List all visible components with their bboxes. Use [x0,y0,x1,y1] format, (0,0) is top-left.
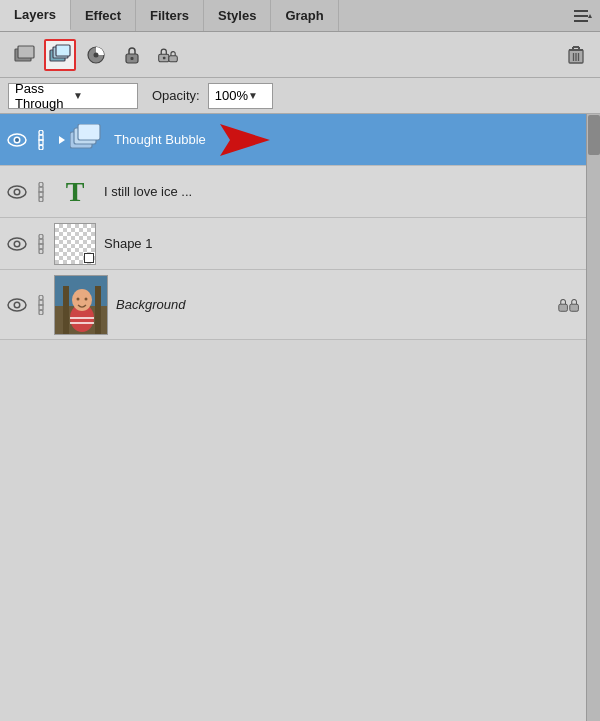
shape1-thumb [54,223,96,265]
svg-rect-48 [39,244,43,249]
svg-rect-15 [169,55,177,61]
chain-icon-shape1[interactable] [32,233,50,255]
layer-name-shape1: Shape 1 [104,236,580,251]
svg-rect-49 [39,249,43,254]
svg-rect-47 [39,239,43,244]
svg-rect-42 [39,197,43,202]
layers-panel: Thought Bubble T I still love ice [0,114,600,721]
svg-rect-53 [39,295,43,300]
scrollbar[interactable] [586,114,600,721]
background-thumb [54,275,108,335]
svg-point-38 [15,190,19,194]
expand-arrow-icon[interactable] [54,132,70,148]
svg-rect-54 [39,300,43,305]
background-lock-icon [558,294,580,316]
svg-point-26 [15,138,19,142]
opacity-arrow-icon: ▼ [248,90,266,101]
svg-rect-12 [131,57,134,60]
tab-layers[interactable]: Layers [0,0,71,31]
layer-name-text: I still love ice ... [104,184,580,199]
blend-opacity-bar: Pass Through ▼ Opacity: 100% ▼ [0,78,600,114]
svg-rect-29 [39,140,43,145]
svg-rect-30 [39,145,43,150]
tab-effect[interactable]: Effect [71,0,136,31]
svg-rect-5 [18,46,34,58]
tab-graph[interactable]: Graph [271,0,338,31]
svg-rect-55 [39,305,43,310]
scroll-thumb[interactable] [588,115,600,155]
text-layer-thumb: T [54,171,96,213]
layer-background[interactable]: Background [0,270,600,340]
svg-rect-46 [39,234,43,239]
svg-marker-31 [59,136,65,144]
tab-filters[interactable]: Filters [136,0,204,31]
svg-rect-8 [56,45,70,56]
chain-icon-background[interactable] [32,294,50,316]
svg-rect-34 [78,124,100,140]
eye-icon-text[interactable] [6,181,28,203]
svg-rect-28 [39,135,43,140]
layer-name-background: Background [116,297,558,312]
layer-text[interactable]: T I still love ice ... [0,166,600,218]
svg-point-63 [77,297,80,300]
svg-rect-27 [39,130,43,135]
svg-marker-3 [588,14,592,18]
svg-rect-1 [574,15,588,17]
svg-rect-14 [163,56,166,59]
layer-thought-bubble[interactable]: Thought Bubble [0,114,600,166]
svg-rect-0 [574,10,588,12]
layer-shape1[interactable]: Shape 1 [0,218,600,270]
svg-rect-39 [39,182,43,187]
svg-rect-68 [570,304,579,311]
tab-styles[interactable]: Styles [204,0,271,31]
svg-rect-2 [574,20,588,22]
chain-icon-thought-bubble[interactable] [32,129,50,151]
new-adjustment-button[interactable] [80,39,112,71]
blend-mode-select[interactable]: Pass Through ▼ [8,83,138,109]
svg-rect-41 [39,192,43,197]
svg-rect-56 [39,310,43,315]
opacity-label: Opacity: [152,88,200,103]
new-group-button[interactable] [44,39,76,71]
new-layer-button[interactable] [8,39,40,71]
group-thumb-icon [70,124,106,156]
svg-point-10 [94,52,99,57]
blend-mode-arrow-icon: ▼ [73,90,131,101]
eye-icon-thought-bubble[interactable] [6,129,28,151]
svg-rect-60 [95,286,101,335]
opacity-select[interactable]: 100% ▼ [208,83,273,109]
lock-group-button[interactable] [152,39,184,71]
panel-menu-button[interactable] [574,0,600,31]
svg-rect-67 [559,304,568,311]
delete-layer-button[interactable] [560,39,592,71]
toolbar [0,32,600,78]
tab-bar: Layers Effect Filters Styles Graph [0,0,600,32]
svg-rect-40 [39,187,43,192]
svg-rect-59 [63,286,69,335]
eye-icon-shape1[interactable] [6,233,28,255]
lock-button[interactable] [116,39,148,71]
eye-icon-background[interactable] [6,294,28,316]
chain-icon-text[interactable] [32,181,50,203]
svg-point-52 [15,303,19,307]
svg-point-62 [72,289,92,311]
layer-name-thought-bubble: Thought Bubble [114,132,580,147]
svg-point-45 [15,242,19,246]
svg-point-64 [85,297,88,300]
